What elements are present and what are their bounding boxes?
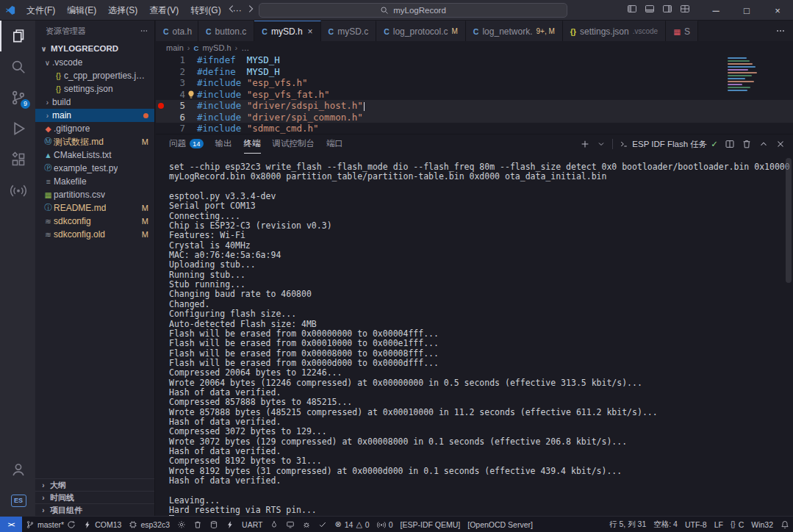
breakpoint-dot[interactable]: [156, 100, 166, 112]
terminal-dropdown-icon[interactable]: [597, 140, 606, 148]
editor-tab[interactable]: C mySD.c ×: [321, 21, 377, 41]
panel-tab[interactable]: 问题 14: [169, 135, 204, 154]
menu-item[interactable]: 编辑(E): [61, 0, 102, 21]
minimap[interactable]: [725, 56, 761, 107]
breadcrumb-more[interactable]: …: [241, 43, 249, 52]
breadcrumb-folder[interactable]: main: [166, 43, 184, 52]
qemu-item[interactable]: [ESP-IDF QEMU]: [397, 517, 464, 532]
breakpoint-dot[interactable]: [156, 89, 166, 101]
problems-item[interactable]: ⊗14 △0: [331, 517, 373, 532]
forward-arrow-icon[interactable]: [245, 4, 256, 17]
menu-item[interactable]: 文件(F): [21, 0, 61, 21]
menu-item[interactable]: 转到(G): [184, 0, 226, 21]
editor-tab[interactable]: C log_network. 9+, M ×: [466, 21, 563, 41]
tree-item[interactable]: ≡ Makefile: [35, 175, 154, 188]
run-debug-icon[interactable]: [0, 113, 35, 144]
cursor-position-item[interactable]: 行 5, 列 31: [606, 517, 650, 532]
editor-more-actions-icon[interactable]: [775, 26, 786, 36]
eol-item[interactable]: LF: [711, 517, 727, 532]
device-target-item[interactable]: esp32c3: [125, 517, 173, 532]
close-tab-icon[interactable]: ×: [308, 26, 313, 37]
menu-item[interactable]: 选择(S): [102, 0, 143, 21]
explorer-more-actions-icon[interactable]: [140, 26, 148, 35]
split-terminal-icon[interactable]: [725, 139, 735, 149]
flash-method-item[interactable]: UART: [238, 517, 266, 532]
idf-check-item[interactable]: [315, 517, 331, 532]
code-line[interactable]: 4 #include "esp_vfs_fat.h": [156, 89, 793, 101]
terminal-output[interactable]: set --chip esp32c3 write_flash --flash_m…: [156, 154, 793, 516]
language-mode-item[interactable]: {}C: [727, 517, 747, 532]
editor-tab[interactable]: ▦ S ×: [666, 21, 698, 41]
remote-indicator[interactable]: ><: [0, 517, 22, 532]
code-line[interactable]: 7 #include "sdmmc_cmd.h": [156, 123, 793, 134]
code-line[interactable]: 6 #include "driver/spi_common.h": [156, 112, 793, 123]
extensions-icon[interactable]: [0, 144, 35, 175]
toggle-panel-icon[interactable]: [645, 4, 655, 17]
breakpoint-dot[interactable]: [156, 66, 166, 78]
maximize-button[interactable]: □: [731, 0, 762, 21]
tree-item[interactable]: › build: [35, 96, 154, 109]
maximize-panel-icon[interactable]: [758, 139, 769, 149]
editor-tab[interactable]: C mySD.h ×: [254, 21, 320, 41]
debug-item[interactable]: [298, 517, 315, 532]
kill-terminal-icon[interactable]: [742, 139, 752, 149]
sidebar-section-header[interactable]: › 时间线: [35, 491, 154, 503]
platform-item[interactable]: Win32: [747, 517, 777, 532]
editor-tab[interactable]: {} settings.json .vscode ×: [563, 21, 666, 41]
editor-tab[interactable]: C log_protocol.c M ×: [376, 21, 466, 41]
tree-item[interactable]: ▦ partitions.csv: [35, 188, 154, 201]
tree-item[interactable]: › main: [35, 109, 154, 122]
breakpoint-dot[interactable]: [156, 112, 166, 123]
build-item[interactable]: [206, 517, 222, 532]
workspace-root-folder[interactable]: ∨ MYLOGRECORD: [35, 41, 154, 56]
customize-layout-icon[interactable]: [680, 4, 690, 17]
tree-item[interactable]: {} settings.json: [35, 82, 154, 96]
command-center-search[interactable]: myLogRecord: [259, 3, 567, 18]
breakpoint-dot[interactable]: [156, 77, 166, 89]
monitor-item[interactable]: [282, 517, 298, 532]
tree-item[interactable]: ≋ sdkconfig.old M: [35, 228, 154, 241]
minimize-button[interactable]: ─: [700, 0, 731, 21]
code-line[interactable]: 1 #ifndef MYSD_H: [156, 54, 793, 66]
panel-tab[interactable]: 端口: [326, 135, 343, 154]
openocd-item[interactable]: [OpenOCD Server]: [464, 517, 537, 532]
panel-scrollbar[interactable]: [786, 158, 792, 283]
panel-tab[interactable]: 终端: [244, 135, 261, 154]
breakpoint-dot[interactable]: [156, 123, 166, 134]
code-line[interactable]: 5 #include "driver/sdspi_host.h": [156, 100, 793, 112]
tree-item[interactable]: {} c_cpp_properties.json: [35, 69, 154, 82]
indentation-item[interactable]: 空格: 4: [650, 517, 681, 532]
close-panel-icon[interactable]: [775, 139, 786, 149]
sidebar-section-header[interactable]: › 项目组件: [35, 503, 154, 516]
menuconfig-item[interactable]: [173, 517, 190, 532]
terminal-list-entry[interactable]: ESP IDF Flash 任务 ✓: [620, 139, 718, 150]
serial-port-item[interactable]: COM13: [79, 517, 125, 532]
editor-tab[interactable]: C button.c ×: [198, 21, 254, 41]
tree-item[interactable]: ∨ .vscode: [35, 56, 154, 69]
full-clean-item[interactable]: [190, 517, 206, 532]
close-window-button[interactable]: ×: [762, 0, 793, 21]
menu-item[interactable]: 查看(V): [143, 0, 184, 21]
breadcrumb-file[interactable]: mySD.h: [202, 43, 231, 52]
editor-tab[interactable]: C ota.h ×: [156, 21, 198, 41]
breakpoint-dot[interactable]: [156, 54, 166, 66]
search-sidebar-icon[interactable]: [0, 51, 35, 82]
sidebar-section-header[interactable]: › 大纲: [35, 478, 154, 491]
code-line[interactable]: 2 #define MYSD_H: [156, 66, 793, 78]
tree-item[interactable]: ≋ sdkconfig M: [35, 215, 154, 228]
tree-item[interactable]: ◆ .gitignore: [35, 122, 154, 135]
flash-item[interactable]: [222, 517, 238, 532]
panel-tab[interactable]: 调试控制台: [273, 135, 315, 154]
encoding-item[interactable]: UTF-8: [681, 517, 711, 532]
source-control-icon[interactable]: 9: [0, 82, 35, 113]
toggle-secondary-sidebar-icon[interactable]: [662, 4, 672, 17]
ports-forwarded-item[interactable]: 0: [373, 517, 397, 532]
git-branch-item[interactable]: master*: [22, 517, 79, 532]
notifications-item[interactable]: [777, 517, 793, 532]
explorer-icon[interactable]: [0, 21, 35, 51]
tree-item[interactable]: Ⓜ 测试数据.md M: [35, 135, 154, 148]
remote-explorer-icon[interactable]: [0, 175, 35, 206]
tree-item[interactable]: ⓘ README.md M: [35, 201, 154, 215]
back-arrow-icon[interactable]: [226, 4, 237, 17]
breadcrumb[interactable]: main › C mySD.h › …: [156, 41, 793, 54]
